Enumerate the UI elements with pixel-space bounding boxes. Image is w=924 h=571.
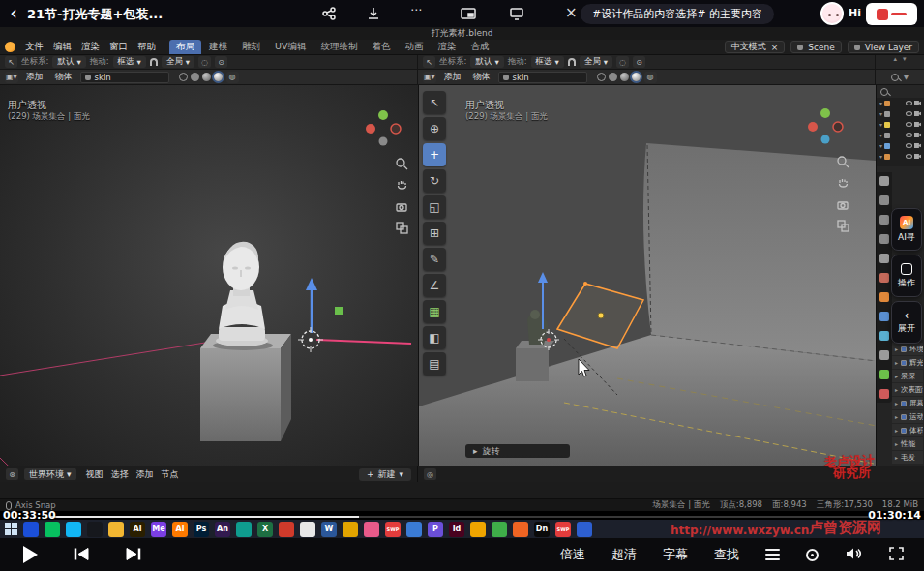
measure-tool[interactable]: ∠ <box>423 274 446 297</box>
snap-options-icon[interactable]: ⊙ <box>215 56 227 68</box>
pan-hand-icon[interactable] <box>395 178 409 193</box>
shader-editor-body[interactable] <box>0 482 924 498</box>
pedestal-cube[interactable] <box>200 334 291 441</box>
volume-icon[interactable] <box>845 546 862 563</box>
viewlayer-tab[interactable] <box>879 234 889 244</box>
task-blue3[interactable] <box>577 522 592 537</box>
mode-dropdown-icon[interactable]: ▣▾ <box>5 72 18 83</box>
start-menu-icon[interactable] <box>5 523 17 535</box>
left-viewport-scene[interactable] <box>0 85 418 466</box>
panel-section-0[interactable]: ▸环境 <box>892 343 923 355</box>
task-browser[interactable] <box>23 522 39 537</box>
assistant-avatar[interactable] <box>820 2 844 25</box>
drag-dropdown[interactable]: 框选▾ <box>113 56 146 68</box>
annotate-tool[interactable]: ✎ <box>423 248 446 271</box>
render-visibility-icon[interactable] <box>914 122 921 127</box>
pip-icon[interactable] <box>461 6 478 21</box>
visibility-eye-icon[interactable] <box>906 122 912 127</box>
pivot-dropdown[interactable]: 全局▾ <box>162 56 194 68</box>
section-expand-icon[interactable]: ▸ <box>895 413 898 420</box>
add-menu[interactable]: 添加 <box>440 71 465 83</box>
rendered-shading-icon[interactable] <box>214 73 223 81</box>
visibility-eye-icon[interactable] <box>906 101 912 105</box>
next-button[interactable] <box>125 547 142 563</box>
share-icon[interactable] <box>321 6 339 21</box>
active-object-field[interactable]: skin <box>498 72 587 83</box>
workspace-tab-1[interactable]: 建模 <box>202 40 234 54</box>
pin-icon[interactable]: ◎ <box>424 468 436 480</box>
task-indesign[interactable]: Id <box>449 522 464 537</box>
shader-menu-0[interactable]: 视图 <box>82 468 107 481</box>
task-wechat[interactable] <box>45 522 60 537</box>
panel-section-1[interactable]: ▸辉光 <box>892 356 923 369</box>
select-box-tool[interactable]: ↖ <box>423 91 446 114</box>
menu-item-2[interactable]: 渲染 <box>76 41 104 53</box>
ortho-toggle-icon[interactable] <box>395 221 409 235</box>
panel-section-3[interactable]: ▸次表面散射 <box>892 383 923 396</box>
panel-section-4[interactable]: ▸屏幕空间反射 <box>892 397 923 409</box>
previous-button[interactable] <box>73 547 90 563</box>
shader-menu-2[interactable]: 添加 <box>133 468 158 481</box>
transform-tool[interactable]: ⊞ <box>423 222 446 245</box>
section-expand-icon[interactable]: ▸ <box>895 454 898 461</box>
fullscreen-icon[interactable] <box>888 546 905 563</box>
cast-icon[interactable] <box>509 6 526 21</box>
task-tim[interactable] <box>66 522 81 537</box>
rendered-shading-icon[interactable] <box>632 73 641 81</box>
workspace-tab-7[interactable]: 渲染 <box>431 40 462 54</box>
expand-panel-button[interactable]: ‹ 展开 <box>891 301 922 344</box>
orientation-dropdown[interactable]: 默认▾ <box>52 56 85 68</box>
wireframe-shading-icon[interactable] <box>597 73 606 81</box>
visibility-eye-icon[interactable] <box>906 143 912 148</box>
snap-magnet-icon[interactable] <box>568 58 576 66</box>
promo-button[interactable] <box>866 3 917 25</box>
object-menu[interactable]: 物体 <box>51 71 76 83</box>
visibility-eye-icon[interactable] <box>906 133 912 137</box>
wireframe-shading-icon[interactable] <box>179 73 188 81</box>
snap-options-icon[interactable]: ⊙ <box>633 56 645 68</box>
operator-panel[interactable]: ▸ 旋转 <box>465 444 570 458</box>
scene-tab[interactable] <box>879 254 889 263</box>
quality-button[interactable]: 超清 <box>611 546 637 563</box>
subtitle-button[interactable]: 字幕 <box>663 546 688 563</box>
outliner-row-6[interactable]: ▾ <box>877 151 924 162</box>
section-expand-icon[interactable]: ▸ <box>895 427 898 434</box>
physics-tab[interactable] <box>879 331 889 341</box>
task-folder[interactable] <box>108 522 124 537</box>
workspace-tab-2[interactable]: 雕刻 <box>235 40 267 54</box>
orientation-dropdown[interactable]: 默认▾ <box>470 56 503 68</box>
snap-magnet-icon[interactable] <box>150 58 158 66</box>
task-amber[interactable] <box>470 522 486 537</box>
panel-section-5[interactable]: ▸运动模糊 <box>892 410 923 423</box>
viewport-left[interactable]: 用户透视 (229) 场景集合 | 面光 <box>0 85 418 466</box>
extrude-tool[interactable]: ◧ <box>423 326 446 349</box>
rotate-tool[interactable]: ↻ <box>423 169 446 193</box>
workspace-tab-8[interactable]: 合成 <box>463 40 495 54</box>
task-animate[interactable]: An <box>215 522 230 537</box>
section-checkbox[interactable] <box>901 428 907 434</box>
ortho-toggle-icon[interactable] <box>836 219 850 233</box>
language-mode-box[interactable]: 中文模式 × <box>725 41 786 53</box>
expand-icon[interactable]: ▾ <box>879 132 882 138</box>
overlay-toggle-icon[interactable]: ◍ <box>226 72 239 83</box>
menu-item-0[interactable]: 文件 <box>20 41 48 53</box>
render-visibility-icon[interactable] <box>914 111 921 116</box>
panel-section-2[interactable]: ▸景深 <box>892 370 923 382</box>
task-purple[interactable]: P <box>428 522 443 537</box>
scale-tool[interactable]: ◱ <box>423 195 446 219</box>
task-blue2[interactable] <box>406 522 422 537</box>
back-icon[interactable]: ‹ <box>4 2 23 23</box>
active-object-field[interactable]: skin <box>80 72 169 83</box>
task-pink[interactable] <box>364 522 379 537</box>
section-checkbox[interactable] <box>901 401 907 406</box>
solid-shading-icon[interactable] <box>191 73 199 81</box>
task-red[interactable] <box>279 522 294 537</box>
proportional-edit-icon[interactable]: ◌ <box>616 56 629 68</box>
camera-view-icon[interactable] <box>395 199 409 214</box>
expand-icon[interactable]: ▾ <box>879 142 882 149</box>
section-checkbox[interactable] <box>901 360 907 366</box>
render-visibility-icon[interactable] <box>914 143 921 148</box>
outliner-row-3[interactable]: ▾ <box>877 119 924 130</box>
task-illustrator[interactable]: Ai <box>130 522 145 537</box>
task-green2[interactable] <box>492 522 507 537</box>
